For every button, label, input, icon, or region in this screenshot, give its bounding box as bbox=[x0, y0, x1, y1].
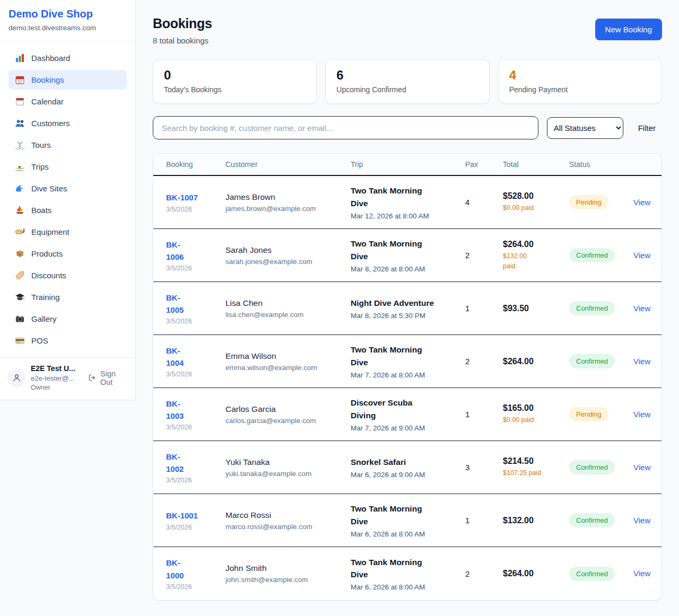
view-link[interactable]: View bbox=[633, 198, 650, 207]
total-amount: $528.00 bbox=[503, 191, 569, 201]
table-row: BK- 10003/5/2026John Smithjohn.smith@exa… bbox=[153, 547, 661, 600]
sidebar-item-label: Tours bbox=[31, 140, 51, 149]
stat-label: Today's Bookings bbox=[164, 85, 306, 94]
booking-id-link[interactable]: BK- 1003 bbox=[166, 398, 184, 423]
calendar-icon bbox=[15, 96, 25, 107]
person-icon bbox=[12, 373, 22, 383]
search-input[interactable] bbox=[153, 116, 538, 139]
customer-email: james.brown@example.com bbox=[225, 205, 351, 213]
sidebar-item-boats[interactable]: Boats bbox=[8, 200, 127, 220]
booking-id-link[interactable]: BK- 1005 bbox=[166, 292, 184, 316]
view-link[interactable]: View bbox=[633, 463, 650, 472]
table-row: BK- 10063/5/2026Sarah Jonessarah.jones@e… bbox=[153, 229, 661, 282]
avatar bbox=[7, 369, 25, 387]
view-link[interactable]: View bbox=[633, 569, 650, 578]
trip-datetime: Mar 6, 2026 at 9:00 AM bbox=[351, 471, 465, 479]
sidebar-item-discounts[interactable]: Discounts bbox=[8, 266, 127, 285]
sidebar-item-products[interactable]: Products bbox=[8, 244, 127, 263]
view-link[interactable]: View bbox=[633, 410, 650, 419]
customer-email: sarah.jones@example.com bbox=[225, 258, 351, 266]
sidebar-item-label: Boats bbox=[31, 206, 51, 215]
sign-out-button[interactable]: Sign Out bbox=[88, 369, 128, 386]
status-badge: Pending bbox=[569, 407, 608, 421]
pax-count: 2 bbox=[465, 357, 503, 366]
booking-id-link[interactable]: BK- 1002 bbox=[166, 451, 184, 476]
stat-value: 0 bbox=[164, 68, 306, 83]
trip-name: Discover Scuba Diving bbox=[351, 397, 443, 421]
customer-name: Marco Rossi bbox=[225, 511, 351, 520]
stat-card-pending-payment: 4Pending Payment bbox=[498, 59, 662, 104]
main-content: Bookings 8 total bookings New Booking 0T… bbox=[136, 0, 679, 616]
customer-email: lisa.chen@example.com bbox=[225, 311, 351, 319]
user-email: e2e-tester@... bbox=[31, 374, 83, 382]
booking-id-link[interactable]: BK- 1006 bbox=[166, 239, 184, 263]
speedboat-icon bbox=[15, 162, 25, 172]
trip-name: Two Tank Morning Dive bbox=[351, 503, 443, 527]
view-link[interactable]: View bbox=[633, 516, 650, 525]
total-amount: $264.00 bbox=[503, 569, 569, 578]
customer-email: emma.wilson@example.com bbox=[225, 364, 351, 372]
new-booking-button[interactable]: New Booking bbox=[595, 19, 662, 40]
total-amount: $93.50 bbox=[503, 304, 569, 313]
booking-date: 3/5/2026 bbox=[166, 206, 225, 213]
pax-count: 1 bbox=[465, 410, 503, 419]
table-body: BK-10073/5/2026James Brownjames.brown@ex… bbox=[153, 176, 661, 600]
status-badge: Confirmed bbox=[569, 567, 615, 581]
view-link[interactable]: View bbox=[633, 357, 650, 366]
page-header: Bookings 8 total bookings New Booking bbox=[153, 16, 662, 45]
booking-id-link[interactable]: BK-1001 bbox=[166, 509, 198, 522]
dive-mask-icon bbox=[15, 227, 25, 237]
trip-name: Snorkel Safari bbox=[351, 456, 443, 468]
paid-amount: $0.00 paid bbox=[503, 415, 545, 425]
sidebar-item-tours[interactable]: Tours bbox=[8, 135, 127, 155]
brand-name[interactable]: Demo Dive Shop bbox=[8, 8, 127, 20]
credit-card-icon bbox=[15, 336, 25, 346]
graduation-cap-icon bbox=[15, 292, 25, 302]
trip-name: Two Tank Morning Dive bbox=[351, 237, 443, 262]
total-amount: $214.50 bbox=[503, 456, 569, 466]
trip-datetime: Mar 6, 2026 at 8:00 AM bbox=[351, 583, 465, 591]
sign-out-label: Sign Out bbox=[100, 369, 128, 386]
package-icon bbox=[15, 249, 25, 259]
pax-count: 1 bbox=[465, 516, 503, 525]
view-link[interactable]: View bbox=[633, 251, 650, 260]
camera-icon bbox=[15, 314, 25, 324]
sidebar-item-calendar[interactable]: Calendar bbox=[8, 92, 127, 111]
customer-name: Lisa Chen bbox=[225, 298, 351, 308]
table-row: BK- 10033/5/2026Carlos Garciacarlos.garc… bbox=[153, 388, 661, 441]
table-header-row: Booking Customer Trip Pax Total Status bbox=[153, 154, 661, 176]
logout-icon bbox=[88, 373, 97, 382]
customer-email: marco.rossi@example.com bbox=[225, 523, 351, 531]
status-badge: Confirmed bbox=[569, 460, 615, 474]
booking-id-link[interactable]: BK- 1004 bbox=[166, 345, 184, 369]
trip-datetime: Mar 7, 2026 at 8:00 AM bbox=[351, 371, 465, 379]
view-link[interactable]: View bbox=[633, 304, 650, 313]
sidebar-item-training[interactable]: Training bbox=[8, 287, 127, 307]
customer-name: James Brown bbox=[225, 192, 351, 202]
page-title-block: Bookings 8 total bookings bbox=[153, 16, 212, 45]
stat-card-today-s-bookings: 0Today's Bookings bbox=[153, 59, 317, 104]
svg-text:17: 17 bbox=[18, 80, 22, 83]
sidebar-item-bookings[interactable]: 17Bookings bbox=[8, 70, 127, 90]
status-badge: Pending bbox=[569, 195, 608, 209]
sailboat-icon bbox=[15, 205, 25, 215]
filter-button[interactable]: Filter bbox=[632, 119, 662, 137]
sidebar-item-label: Dive Sites bbox=[31, 184, 67, 193]
booking-date: 3/5/2026 bbox=[166, 583, 225, 591]
sidebar-item-dashboard[interactable]: Dashboard bbox=[8, 48, 127, 68]
sidebar-item-dive-sites[interactable]: Dive Sites bbox=[8, 179, 127, 198]
booking-id-link[interactable]: BK- 1000 bbox=[166, 557, 184, 582]
total-amount: $165.00 bbox=[503, 403, 569, 413]
customer-name: Sarah Jones bbox=[225, 245, 351, 255]
booking-id-link[interactable]: BK-1007 bbox=[166, 191, 198, 204]
sidebar-item-label: Calendar bbox=[31, 97, 64, 106]
sidebar-item-customers[interactable]: Customers bbox=[8, 113, 127, 133]
status-filter-select[interactable]: All Statuses bbox=[547, 117, 623, 139]
sidebar-item-trips[interactable]: Trips bbox=[8, 157, 127, 177]
table-row: BK-10073/5/2026James Brownjames.brown@ex… bbox=[153, 176, 661, 229]
sidebar-item-equipment[interactable]: Equipment bbox=[8, 222, 127, 242]
customer-email: carlos.garcia@example.com bbox=[225, 417, 351, 425]
status-badge: Confirmed bbox=[569, 248, 615, 262]
sidebar-item-pos[interactable]: POS bbox=[8, 331, 127, 350]
sidebar-item-gallery[interactable]: Gallery bbox=[8, 309, 127, 329]
